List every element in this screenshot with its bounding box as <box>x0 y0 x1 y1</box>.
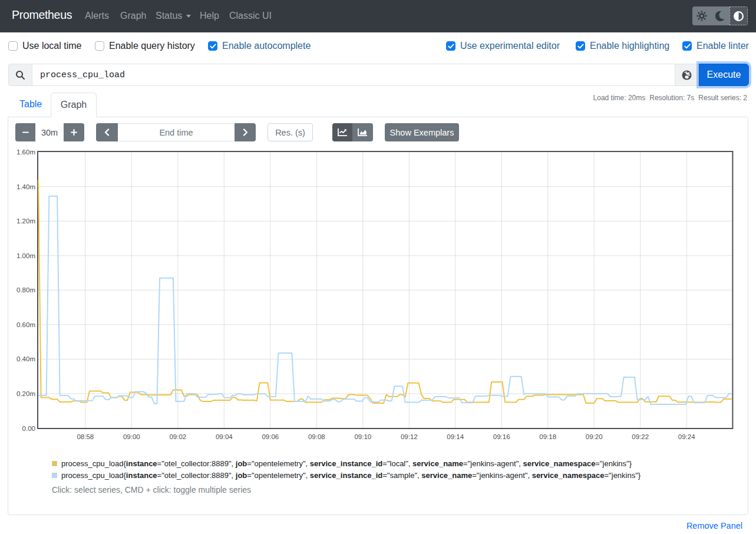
svg-text:09:24: 09:24 <box>678 433 695 440</box>
svg-text:09:20: 09:20 <box>586 433 603 440</box>
svg-text:09:04: 09:04 <box>216 433 233 440</box>
svg-text:09:08: 09:08 <box>308 433 325 440</box>
svg-text:0.40m: 0.40m <box>16 355 35 362</box>
svg-text:09:00: 09:00 <box>123 433 140 440</box>
svg-text:09:02: 09:02 <box>169 433 186 440</box>
svg-text:09:10: 09:10 <box>354 433 371 440</box>
svg-text:1.20m: 1.20m <box>16 217 35 225</box>
svg-text:1.40m: 1.40m <box>16 183 35 190</box>
svg-text:09:14: 09:14 <box>447 433 464 440</box>
svg-text:09:16: 09:16 <box>493 433 510 440</box>
svg-text:09:18: 09:18 <box>539 433 556 440</box>
svg-text:0.00: 0.00 <box>22 425 35 432</box>
svg-text:09:22: 09:22 <box>632 433 649 440</box>
svg-text:1.00m: 1.00m <box>16 252 35 259</box>
svg-text:0.80m: 0.80m <box>16 286 35 294</box>
svg-text:0.20m: 0.20m <box>16 390 35 397</box>
svg-text:0.60m: 0.60m <box>16 321 35 328</box>
svg-text:08:58: 08:58 <box>77 433 94 440</box>
svg-text:09:12: 09:12 <box>401 433 418 440</box>
svg-text:1.60m: 1.60m <box>16 149 35 156</box>
svg-text:09:06: 09:06 <box>262 433 279 440</box>
